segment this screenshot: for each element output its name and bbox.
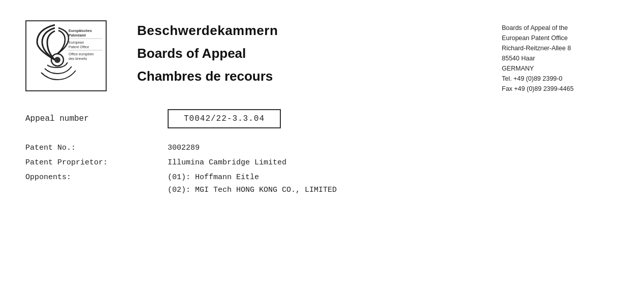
patent-no-value: 3002289 xyxy=(168,144,200,152)
title-german: Beschwerdekammern xyxy=(137,23,502,39)
document-page: Europäisches Patentamt European Patent O… xyxy=(0,0,644,306)
svg-text:Europäisches: Europäisches xyxy=(69,29,92,33)
svg-text:des brevets: des brevets xyxy=(69,57,87,60)
svg-point-1 xyxy=(54,57,60,63)
patent-proprietor-row: Patent Proprietor: Illumina Cambridge Li… xyxy=(25,158,619,167)
address-line6: Tel. +49 (0)89 2399-0 xyxy=(502,74,619,84)
appeal-number-box: T0042/22-3.3.04 xyxy=(168,109,281,128)
svg-text:Office européen: Office européen xyxy=(69,52,94,56)
address-line5: GERMANY xyxy=(502,63,619,74)
opponents-values: (01): Hoffmann Eitle (02): MGI Tech HONG… xyxy=(168,173,337,194)
address-line3: Richard-Reitzner-Allee 8 xyxy=(502,43,619,53)
appeal-number-value: T0042/22-3.3.04 xyxy=(184,114,265,123)
svg-text:European: European xyxy=(69,41,84,45)
address-line4: 85540 Haar xyxy=(502,53,619,63)
patent-proprietor-value: Illumina Cambridge Limited xyxy=(168,158,286,167)
patent-proprietor-label: Patent Proprietor: xyxy=(25,158,168,167)
address-line7: Fax +49 (0)89 2399-4465 xyxy=(502,84,619,94)
epo-logo: Europäisches Patentamt European Patent O… xyxy=(25,20,107,91)
patent-no-label: Patent No.: xyxy=(25,144,168,152)
opponent1-value: (01): Hoffmann Eitle xyxy=(168,173,337,182)
details-section: Patent No.: 3002289 Patent Proprietor: I… xyxy=(25,144,619,194)
address-line2: European Patent Office xyxy=(502,33,619,43)
logo-area: Europäisches Patentamt European Patent O… xyxy=(25,20,107,91)
opponents-label: Opponents: xyxy=(25,173,168,182)
title-area: Beschwerdekammern Boards of Appeal Chamb… xyxy=(107,20,502,84)
patent-no-row: Patent No.: 3002289 xyxy=(25,144,619,152)
title-french: Chambres de recours xyxy=(137,69,502,84)
opponent2-value: (02): MGI Tech HONG KONG CO., LIMITED xyxy=(168,186,337,194)
header-section: Europäisches Patentamt European Patent O… xyxy=(25,20,619,94)
appeal-number-label: Appeal number xyxy=(25,114,168,123)
title-english: Boards of Appeal xyxy=(137,46,502,61)
address-line1: Boards of Appeal of the xyxy=(502,23,619,33)
opponents-row: Opponents: (01): Hoffmann Eitle (02): MG… xyxy=(25,173,619,194)
svg-text:Patentamt: Patentamt xyxy=(69,33,86,37)
svg-text:Patent Office: Patent Office xyxy=(69,45,89,49)
appeal-number-row: Appeal number T0042/22-3.3.04 xyxy=(25,109,619,128)
address-area: Boards of Appeal of the European Patent … xyxy=(502,20,619,94)
